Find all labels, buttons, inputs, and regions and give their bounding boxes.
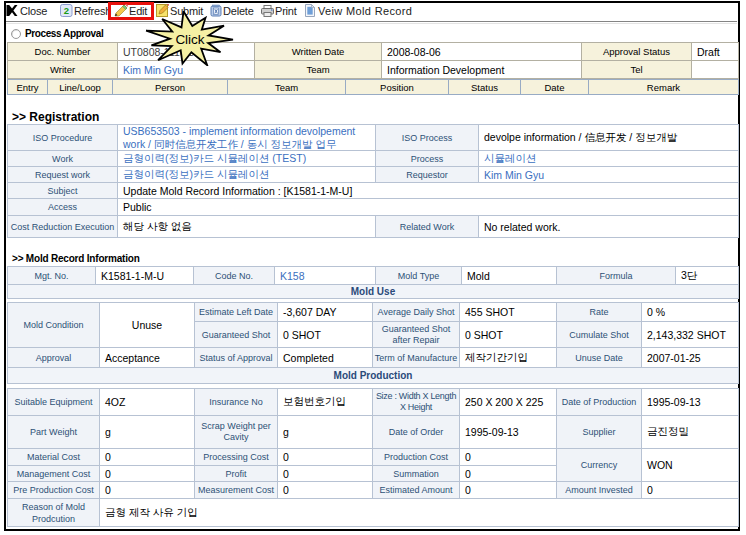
svg-text:Click: Click — [175, 32, 204, 47]
svg-text:2: 2 — [64, 5, 69, 16]
